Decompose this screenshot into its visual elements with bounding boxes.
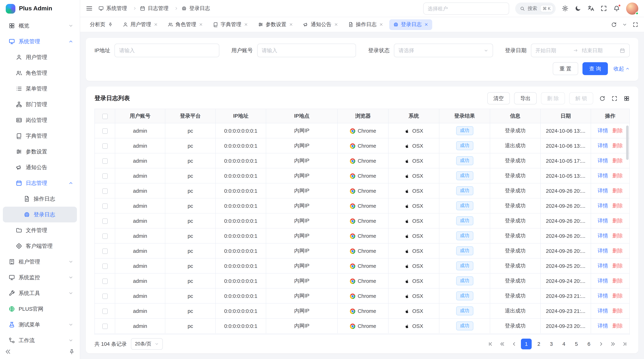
row-checkbox[interactable] [102, 279, 108, 284]
tab[interactable]: 通知公告 [299, 19, 342, 30]
collapse-sidebar-icon[interactable] [5, 349, 11, 355]
table-fullscreen-icon[interactable] [612, 95, 618, 101]
delete-link[interactable]: 删除 [612, 323, 623, 329]
detail-link[interactable]: 详情 [598, 323, 608, 329]
close-icon[interactable] [379, 22, 383, 26]
delete-link[interactable]: 删除 [612, 233, 623, 239]
row-checkbox[interactable] [102, 264, 108, 269]
notifications-bell-icon[interactable] [613, 5, 620, 12]
detail-link[interactable]: 详情 [598, 188, 608, 193]
tab[interactable]: 字典管理 [209, 19, 252, 30]
refresh-table-icon[interactable] [599, 95, 605, 101]
sidebar-item[interactable]: 岗位管理 [3, 112, 77, 128]
delete-link[interactable]: 删除 [612, 158, 623, 163]
page-button[interactable]: 2 [534, 339, 544, 349]
sidebar-item[interactable]: 文件管理 [3, 222, 77, 238]
tab[interactable]: 登录日志 [389, 19, 432, 30]
row-checkbox[interactable] [102, 309, 108, 314]
export-button[interactable]: 导出 [514, 92, 537, 104]
page-button[interactable]: 5 [571, 339, 582, 349]
account-input[interactable] [257, 44, 356, 57]
sidebar-item[interactable]: 参数设置 [3, 144, 77, 159]
sidebar-item[interactable]: 工作流 [3, 333, 77, 344]
row-checkbox[interactable] [102, 188, 108, 194]
select-all-checkbox[interactable] [102, 114, 108, 119]
sidebar-item[interactable]: 系统管理 [3, 34, 77, 49]
pin-sidebar-icon[interactable] [69, 349, 75, 355]
detail-link[interactable]: 详情 [598, 203, 608, 208]
avatar[interactable] [626, 2, 638, 14]
sidebar-item[interactable]: 角色管理 [3, 65, 77, 81]
sidebar-item[interactable]: 系统监控 [3, 270, 77, 285]
tab[interactable]: 参数设置 [254, 19, 297, 30]
close-icon[interactable] [244, 22, 248, 26]
jump-back-button[interactable] [497, 339, 507, 349]
row-checkbox[interactable] [102, 143, 108, 149]
jump-forward-button[interactable] [608, 339, 618, 349]
ip-input[interactable] [114, 44, 219, 57]
delete-link[interactable]: 删除 [612, 293, 623, 299]
tab-options-chevron-icon[interactable] [622, 22, 627, 27]
delete-link[interactable]: 删除 [612, 263, 623, 269]
column-settings-icon[interactable] [624, 95, 630, 101]
detail-link[interactable]: 详情 [598, 308, 608, 314]
sidebar-item[interactable]: 操作日志 [3, 191, 77, 207]
row-checkbox[interactable] [102, 294, 108, 299]
first-page-button[interactable] [486, 339, 496, 349]
row-checkbox[interactable] [102, 158, 108, 164]
refresh-tab-icon[interactable] [611, 22, 617, 27]
sidebar-item[interactable]: 租户管理 [3, 254, 77, 270]
sidebar-item[interactable]: 日志管理 [3, 175, 77, 191]
close-icon[interactable] [289, 22, 293, 26]
detail-link[interactable]: 详情 [598, 128, 608, 133]
sidebar-item[interactable]: 概览 [3, 18, 77, 34]
close-icon[interactable] [424, 22, 428, 26]
detail-link[interactable]: 详情 [598, 278, 608, 284]
delete-link[interactable]: 删除 [612, 188, 623, 193]
collapse-filter-link[interactable]: 收起 [614, 65, 630, 72]
sidebar-item[interactable]: 系统工具 [3, 285, 77, 301]
tenant-select[interactable] [423, 2, 509, 14]
row-checkbox[interactable] [102, 234, 108, 239]
row-checkbox[interactable] [102, 324, 108, 329]
breadcrumb-item[interactable]: 登录日志 [182, 5, 210, 12]
delete-button[interactable]: 删 除 [541, 92, 565, 104]
sidebar-item[interactable]: PLUS官网 [3, 301, 77, 317]
close-icon[interactable] [199, 22, 203, 26]
dark-mode-moon-icon[interactable] [574, 5, 582, 12]
delete-link[interactable]: 删除 [612, 248, 623, 254]
detail-link[interactable]: 详情 [598, 263, 608, 269]
detail-link[interactable]: 详情 [598, 173, 608, 178]
delete-link[interactable]: 删除 [612, 143, 623, 148]
tab[interactable]: 分析页 [86, 19, 116, 30]
detail-link[interactable]: 详情 [598, 248, 608, 254]
close-icon[interactable] [154, 22, 158, 26]
sidebar-item[interactable]: 登录日志 [3, 207, 77, 222]
table-scrollbar-thumb[interactable] [626, 125, 628, 160]
sidebar-item[interactable]: 用户管理 [3, 49, 77, 65]
page-button[interactable]: 1 [521, 339, 532, 349]
content-fullscreen-icon[interactable] [632, 22, 638, 27]
breadcrumb-item[interactable]: 系统管理 [98, 5, 140, 12]
page-button[interactable]: 4 [558, 339, 569, 349]
sidebar-item[interactable]: 部门管理 [3, 96, 77, 112]
sidebar-item[interactable]: 通知公告 [3, 159, 77, 175]
row-checkbox[interactable] [102, 173, 108, 179]
row-checkbox[interactable] [102, 249, 108, 254]
tab[interactable]: 角色管理 [164, 19, 206, 30]
page-button[interactable]: 3 [546, 339, 557, 349]
delete-link[interactable]: 删除 [612, 128, 623, 133]
tenant-input[interactable] [425, 3, 507, 14]
detail-link[interactable]: 详情 [598, 233, 608, 239]
page-button[interactable]: 6 [584, 339, 594, 349]
last-page-button[interactable] [620, 339, 630, 349]
tab[interactable]: 操作日志 [344, 19, 387, 30]
detail-link[interactable]: 详情 [598, 218, 608, 224]
delete-link[interactable]: 删除 [612, 218, 623, 224]
login-status-select[interactable]: 请选择 [394, 44, 493, 57]
search-button[interactable]: 搜索 ⌘ K [515, 2, 556, 14]
detail-link[interactable]: 详情 [598, 143, 608, 148]
detail-link[interactable]: 详情 [598, 293, 608, 299]
tab[interactable]: 用户管理 [118, 19, 162, 30]
breadcrumb-item[interactable]: 日志管理 [140, 5, 182, 12]
